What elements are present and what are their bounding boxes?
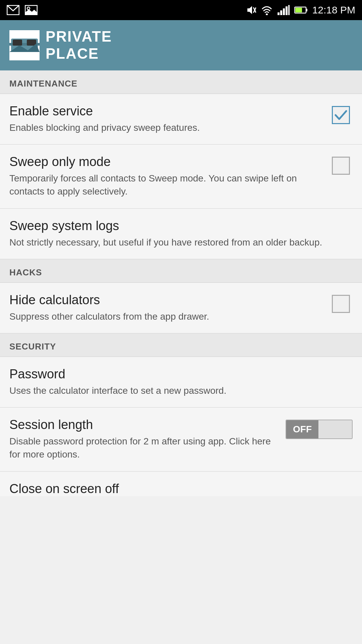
svg-rect-11 bbox=[288, 5, 290, 15]
password-title: Password bbox=[9, 367, 353, 381]
enable-service-desc: Enables blocking and privacy sweep featu… bbox=[9, 121, 321, 134]
section-header-security: SECURITY bbox=[0, 333, 362, 357]
sweep-only-mode-text: Sweep only mode Temporarily forces all c… bbox=[9, 155, 329, 198]
sweep-only-mode-item[interactable]: Sweep only mode Temporarily forces all c… bbox=[0, 145, 362, 208]
hide-calculators-title: Hide calculators bbox=[9, 293, 321, 307]
enable-service-text: Enable service Enables blocking and priv… bbox=[9, 104, 329, 134]
sweep-only-mode-checkbox[interactable] bbox=[332, 157, 350, 175]
hide-calculators-item[interactable]: Hide calculators Suppress other calculat… bbox=[0, 283, 362, 333]
password-desc: Uses the calculator interface to set a n… bbox=[9, 384, 353, 397]
toggle-off-label: OFF bbox=[286, 420, 318, 438]
hide-calculators-checkbox[interactable] bbox=[332, 295, 350, 313]
enable-service-item[interactable]: Enable service Enables blocking and priv… bbox=[0, 94, 362, 145]
svg-marker-3 bbox=[247, 6, 252, 14]
status-bar-right: 12:18 PM bbox=[245, 4, 355, 16]
enable-service-checkbox[interactable] bbox=[332, 106, 350, 124]
sweep-system-logs-item[interactable]: Sweep system logs Not strictly necessary… bbox=[0, 209, 362, 259]
session-length-control[interactable]: OFF bbox=[286, 418, 353, 439]
svg-point-6 bbox=[266, 13, 268, 15]
sweep-only-mode-control[interactable] bbox=[329, 155, 353, 175]
svg-rect-13 bbox=[306, 9, 307, 11]
svg-rect-9 bbox=[283, 8, 285, 15]
close-on-screen-off-title: Close on screen off bbox=[9, 482, 353, 496]
sweep-only-mode-title: Sweep only mode bbox=[9, 155, 321, 169]
session-length-text: Session length Disable password protecti… bbox=[9, 418, 286, 461]
toggle-on-space bbox=[318, 420, 352, 438]
session-length-desc: Disable password protection for 2 m afte… bbox=[9, 435, 278, 461]
app-header: PRIVATEPLACE bbox=[0, 20, 362, 70]
battery-icon bbox=[294, 6, 308, 14]
status-time: 12:18 PM bbox=[312, 4, 355, 16]
app-logo: PRIVATEPLACE bbox=[9, 28, 112, 62]
svg-rect-18 bbox=[13, 40, 22, 46]
section-header-maintenance: MAINTENANCE bbox=[0, 70, 362, 94]
svg-rect-19 bbox=[27, 40, 36, 46]
svg-rect-14 bbox=[295, 8, 302, 12]
close-on-screen-off-item[interactable]: Close on screen off bbox=[0, 472, 362, 496]
hide-calculators-control[interactable] bbox=[329, 293, 353, 313]
checkmark-icon bbox=[334, 108, 348, 122]
svg-rect-8 bbox=[280, 10, 282, 15]
svg-rect-10 bbox=[286, 6, 288, 15]
hide-calculators-desc: Suppress other calculators from the app … bbox=[9, 310, 321, 323]
session-length-title: Session length bbox=[9, 418, 278, 432]
sweep-system-logs-desc: Not strictly necessary, but useful if yo… bbox=[9, 236, 353, 249]
app-title: PRIVATEPLACE bbox=[46, 28, 112, 62]
image-icon bbox=[25, 5, 38, 15]
status-bar: 12:18 PM bbox=[0, 0, 362, 20]
envelope-icon bbox=[7, 5, 19, 15]
wifi-icon bbox=[261, 5, 273, 15]
app-logo-icon bbox=[9, 30, 40, 60]
session-length-item[interactable]: Session length Disable password protecti… bbox=[0, 408, 362, 471]
enable-service-title: Enable service bbox=[9, 104, 321, 118]
status-bar-left bbox=[7, 5, 38, 15]
hide-calculators-text: Hide calculators Suppress other calculat… bbox=[9, 293, 329, 323]
password-item[interactable]: Password Uses the calculator interface t… bbox=[0, 357, 362, 408]
mute-icon bbox=[245, 5, 256, 15]
enable-service-control[interactable] bbox=[329, 104, 353, 124]
sweep-only-mode-desc: Temporarily forces all contacts to Sweep… bbox=[9, 172, 321, 198]
section-header-hacks: HACKS bbox=[0, 259, 362, 283]
session-length-toggle[interactable]: OFF bbox=[286, 420, 353, 439]
svg-rect-7 bbox=[278, 12, 280, 15]
svg-point-2 bbox=[27, 7, 30, 10]
sweep-system-logs-title: Sweep system logs bbox=[9, 219, 353, 233]
signal-icon bbox=[278, 5, 290, 15]
